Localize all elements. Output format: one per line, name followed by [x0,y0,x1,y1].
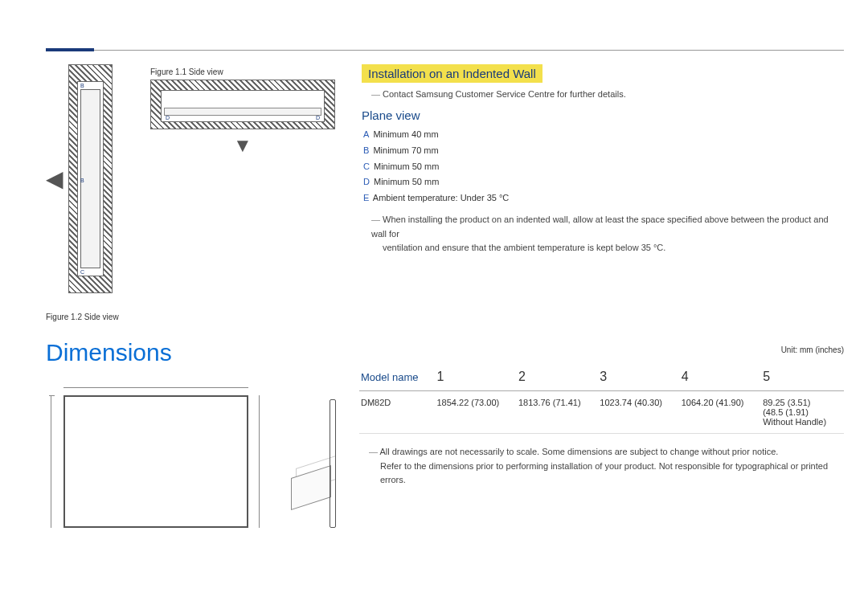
installation-heading: Installation on an Indented Wall [362,64,542,83]
figure-2-label: Figure 1.2 Side view [46,313,119,321]
unit-label: Unit: mm (inches) [781,345,844,354]
table-row: DM82D 1854.22 (73.00) 1813.76 (71.41) 10… [359,391,844,434]
spec-list: A Minimum 40 mm B Minimum 70 mm C Minimu… [363,127,844,206]
figure-1-label: Figure 1.1 Side view [150,67,335,76]
col-model-name: Model name [359,363,435,391]
dimensions-table: Model name 1 2 3 4 5 DM82D 1854.22 (73.0… [359,363,844,434]
arrow-down-icon: ▼ [150,134,335,157]
arrow-left-icon: ◀ [46,168,63,190]
installation-note: ― When installing the product on an inde… [371,213,844,255]
contact-note: ― Contact Samsung Customer Service Centr… [371,89,844,99]
dimensions-note: ― All drawings are not necessarily to sc… [369,445,844,488]
dimensions-drawing [46,387,319,540]
plane-view-heading: Plane view [362,108,844,122]
figure-top-view: D D [150,80,335,129]
